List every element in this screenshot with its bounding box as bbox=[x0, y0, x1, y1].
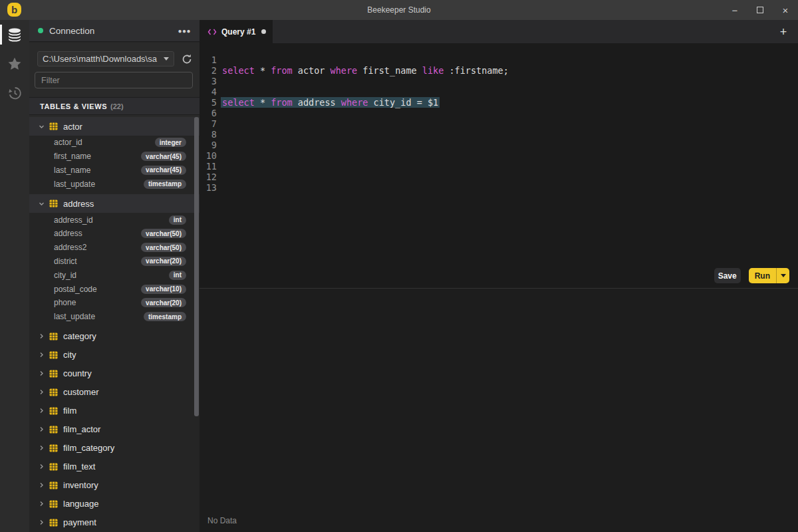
window-controls: − × bbox=[722, 0, 798, 20]
table-item-actor[interactable]: actor bbox=[29, 117, 200, 136]
code-area: 1 2 select * from actor where first_name… bbox=[200, 55, 510, 193]
column-item[interactable]: city_id int bbox=[29, 268, 200, 282]
column-name: postal_code bbox=[54, 285, 141, 294]
table-grid-icon bbox=[49, 122, 58, 130]
connection-status-dot bbox=[38, 28, 43, 33]
sidebar-item-tables[interactable] bbox=[0, 20, 29, 49]
column-name: last_update bbox=[54, 312, 144, 321]
tables-section-title: TABLES & VIEWS bbox=[40, 102, 107, 110]
main-panel: Query #1 + 1 2 select * from actor where… bbox=[200, 20, 798, 532]
table-item-language[interactable]: language bbox=[29, 495, 200, 513]
connection-header[interactable]: Connection ●●● bbox=[29, 20, 200, 42]
table-item-film_text[interactable]: film_text bbox=[29, 458, 200, 476]
code-line: 9 bbox=[200, 140, 510, 150]
table-item-film[interactable]: film bbox=[29, 402, 200, 420]
app-logo-icon: b bbox=[7, 3, 21, 17]
save-button[interactable]: Save bbox=[714, 268, 741, 283]
connection-menu-button[interactable]: ●●● bbox=[178, 27, 191, 35]
column-type-badge: timestamp bbox=[144, 180, 186, 189]
sidebar-item-history[interactable] bbox=[0, 78, 29, 108]
minimize-button[interactable]: − bbox=[722, 0, 747, 20]
line-number: 4 bbox=[200, 86, 217, 97]
tables-section-header: TABLES & VIEWS (22) bbox=[29, 97, 200, 115]
connection-label: Connection bbox=[49, 26, 178, 36]
unsaved-dot-icon bbox=[261, 29, 266, 34]
chevron-right-icon bbox=[39, 370, 45, 376]
table-item-city[interactable]: city bbox=[29, 346, 200, 364]
tab-label: Query #1 bbox=[221, 27, 255, 37]
sidebar-scrollbar[interactable] bbox=[194, 117, 199, 416]
column-type-badge: int bbox=[169, 215, 186, 225]
run-options-button[interactable] bbox=[776, 268, 789, 283]
filter-input[interactable]: Filter bbox=[35, 72, 193, 88]
column-item[interactable]: actor_id integer bbox=[29, 136, 200, 150]
table-name: actor bbox=[63, 122, 82, 132]
table-name: inventory bbox=[63, 480, 98, 490]
column-type-badge: integer bbox=[155, 138, 186, 147]
code-line: 6 bbox=[200, 108, 510, 118]
table-item-payment[interactable]: payment bbox=[29, 513, 200, 532]
table-grid-icon bbox=[49, 388, 58, 396]
table-item-address[interactable]: address bbox=[29, 194, 200, 213]
tab-query-1[interactable]: Query #1 bbox=[200, 20, 273, 43]
chevron-down-icon bbox=[164, 57, 169, 61]
column-item[interactable]: last_update timestamp bbox=[29, 310, 200, 324]
refresh-icon[interactable] bbox=[181, 53, 193, 65]
table-name: film_actor bbox=[63, 424, 100, 434]
table-item-inventory[interactable]: inventory bbox=[29, 476, 200, 495]
table-name: category bbox=[63, 331, 96, 341]
sidebar-item-favorites[interactable] bbox=[0, 49, 29, 78]
code-line: 4 bbox=[200, 86, 510, 97]
table-grid-icon bbox=[49, 426, 58, 434]
maximize-button[interactable] bbox=[747, 0, 773, 20]
line-number: 6 bbox=[200, 108, 217, 118]
table-grid-icon bbox=[49, 351, 58, 359]
code-line: 10 bbox=[200, 150, 510, 161]
column-type-badge: int bbox=[169, 271, 186, 280]
column-item[interactable]: phone varchar(20) bbox=[29, 296, 200, 310]
code-line: 12 bbox=[200, 172, 510, 182]
line-number: 2 bbox=[200, 65, 217, 76]
column-item[interactable]: last_update timestamp bbox=[29, 177, 200, 191]
sql-editor[interactable]: 1 2 select * from actor where first_name… bbox=[200, 43, 798, 288]
table-item-film_actor[interactable]: film_actor bbox=[29, 420, 200, 439]
sidebar: Connection ●●● C:\Users\matth\Downloads\… bbox=[29, 20, 200, 532]
column-name: address bbox=[54, 229, 141, 238]
database-file-select[interactable]: C:\Users\matth\Downloads\sa bbox=[37, 51, 174, 66]
column-item[interactable]: last_name varchar(45) bbox=[29, 164, 200, 178]
column-type-badge: varchar(20) bbox=[141, 298, 186, 307]
line-number: 11 bbox=[200, 161, 217, 172]
database-icon bbox=[7, 27, 23, 43]
table-item-customer[interactable]: customer bbox=[29, 383, 200, 402]
chevron-down-icon bbox=[781, 274, 786, 277]
column-name: phone bbox=[54, 298, 141, 307]
chevron-down-icon bbox=[39, 124, 45, 130]
window-title: Beekeeper Studio bbox=[0, 5, 798, 15]
column-item[interactable]: district varchar(20) bbox=[29, 255, 200, 269]
table-name: film_category bbox=[63, 443, 114, 453]
chevron-right-icon bbox=[39, 352, 45, 358]
new-tab-button[interactable]: + bbox=[775, 24, 791, 40]
column-item[interactable]: address varchar(50) bbox=[29, 227, 200, 241]
table-item-category[interactable]: category bbox=[29, 327, 200, 346]
column-name: address2 bbox=[54, 243, 141, 252]
table-item-film_category[interactable]: film_category bbox=[29, 439, 200, 458]
close-button[interactable]: × bbox=[773, 0, 798, 20]
code-line: 11 bbox=[200, 161, 510, 172]
chevron-right-icon bbox=[39, 519, 45, 525]
column-item[interactable]: address_id int bbox=[29, 213, 200, 227]
line-number: 7 bbox=[200, 118, 217, 129]
table-grid-icon bbox=[49, 500, 58, 508]
table-item-country[interactable]: country bbox=[29, 364, 200, 383]
code-line: 7 bbox=[200, 118, 510, 129]
table-name: language bbox=[63, 499, 99, 509]
column-name: last_name bbox=[54, 166, 141, 175]
column-item[interactable]: first_name varchar(45) bbox=[29, 150, 200, 164]
run-button[interactable]: Run bbox=[749, 268, 776, 283]
column-item[interactable]: address2 varchar(50) bbox=[29, 241, 200, 255]
column-item[interactable]: postal_code varchar(10) bbox=[29, 282, 200, 296]
editor-actions: Save Run bbox=[714, 268, 789, 283]
table-grid-icon bbox=[49, 200, 58, 207]
column-type-badge: varchar(45) bbox=[141, 152, 186, 161]
line-number: 9 bbox=[200, 140, 217, 150]
